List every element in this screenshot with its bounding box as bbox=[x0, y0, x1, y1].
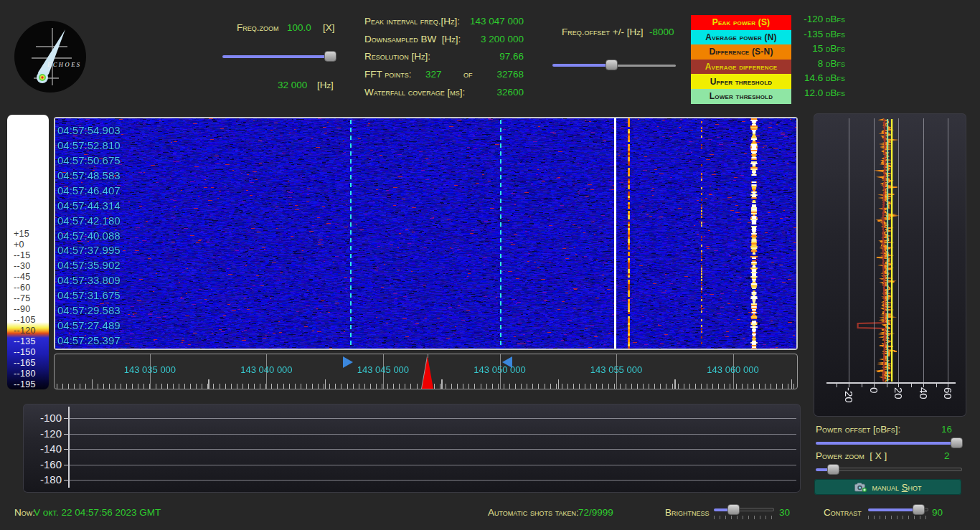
power-history-tick bbox=[64, 449, 68, 450]
ruler-minor-tick bbox=[74, 384, 75, 389]
ruler-minor-tick bbox=[532, 384, 533, 389]
frequency-ruler: 143 035 000143 040 000143 045 000143 050… bbox=[54, 354, 798, 389]
auto-shots-value: 72/9999 bbox=[578, 507, 613, 518]
spectrum-xlabel-2: 20 bbox=[892, 387, 905, 399]
power-history-ylabel-2: -140 bbox=[29, 443, 62, 455]
power-history-gridline bbox=[68, 465, 796, 465]
power-color-scale: +15+0--15--30--45--60--75--90--105--120-… bbox=[7, 115, 49, 389]
ruler-minor-tick bbox=[156, 384, 156, 389]
waterfall-timestamp-1: 04:57:52.810 bbox=[57, 139, 121, 151]
contrast-slider-knob[interactable] bbox=[913, 504, 925, 515]
ruler-minor-tick bbox=[115, 384, 116, 389]
spectrum-xlabel-3: 40 bbox=[918, 387, 930, 399]
waterfall-timestamp-8: 04:57:37.995 bbox=[57, 244, 121, 256]
ruler-medium-tick bbox=[325, 379, 326, 389]
brightness-slider[interactable] bbox=[714, 504, 773, 516]
ruler-minor-tick bbox=[341, 384, 341, 389]
power-zoom-label: Power zoom [ X ] bbox=[816, 450, 887, 461]
freq-offset-label: Freq.offset +/- [Hz] bbox=[562, 27, 643, 37]
ruler-minor-tick bbox=[301, 384, 301, 389]
scale-label-9: --120 bbox=[14, 326, 36, 336]
freq-zoom-slider[interactable] bbox=[222, 51, 336, 62]
ruler-minor-tick bbox=[771, 384, 771, 389]
power-zoom-slider[interactable] bbox=[816, 464, 961, 475]
ruler-minor-tick bbox=[277, 384, 278, 389]
ruler-minor-tick bbox=[545, 384, 545, 389]
ruler-minor-tick bbox=[387, 384, 388, 389]
power-history-gridline bbox=[68, 434, 796, 435]
ruler-minor-tick bbox=[289, 384, 290, 389]
spectrum-gridline bbox=[849, 118, 849, 382]
power-offset-slider-knob[interactable] bbox=[951, 437, 963, 448]
ruler-minor-tick bbox=[347, 384, 348, 389]
scale-label-11: --150 bbox=[14, 347, 36, 357]
ruler-minor-tick bbox=[62, 384, 63, 389]
ruler-minor-tick bbox=[742, 384, 743, 389]
auto-shots-label: Automatic shots taken: bbox=[488, 507, 579, 518]
ruler-minor-tick bbox=[753, 384, 754, 389]
ruler-minor-tick bbox=[98, 384, 98, 389]
contrast-slider[interactable] bbox=[868, 504, 928, 516]
spectrum-axis-tick bbox=[887, 383, 887, 387]
ruler-minor-tick bbox=[121, 384, 121, 389]
readout-value-2: 15 dBfs bbox=[812, 43, 845, 54]
ruler-minor-tick bbox=[718, 384, 719, 389]
ruler-minor-tick bbox=[759, 384, 760, 389]
readout-value-4: 14.6 dBfs bbox=[804, 72, 845, 83]
threshold-button-3[interactable]: Average difference bbox=[691, 60, 791, 75]
threshold-button-4[interactable]: Upper threshold bbox=[691, 74, 791, 89]
power-history-tick bbox=[64, 480, 68, 481]
power-offset-label: Power offset [dBfs]: bbox=[816, 424, 900, 435]
threshold-button-0[interactable]: Peak power (S) bbox=[691, 15, 791, 30]
ruler-minor-tick bbox=[684, 384, 684, 389]
waterfall-timestamp-12: 04:57:29.583 bbox=[57, 304, 121, 316]
readout-value-3: 8 dBfs bbox=[818, 58, 845, 69]
scale-label-0: +15 bbox=[14, 229, 29, 239]
manual-shot-button[interactable]: manual Shot bbox=[814, 479, 961, 495]
brightness-slider-knob[interactable] bbox=[727, 504, 740, 515]
ruler-minor-tick bbox=[614, 384, 615, 389]
ruler-minor-tick bbox=[596, 384, 597, 389]
spectrum-axis-tick bbox=[849, 383, 849, 387]
ruler-minor-tick bbox=[457, 384, 458, 389]
info-value-3: 32600 bbox=[496, 87, 524, 98]
ruler-minor-tick bbox=[335, 384, 336, 389]
ruler-label-4: 143 055 000 bbox=[590, 364, 642, 375]
waterfall-timestamp-10: 04:57:33.809 bbox=[57, 274, 121, 286]
spectrum-gridline bbox=[874, 118, 875, 382]
ruler-minor-tick bbox=[57, 384, 57, 389]
threshold-button-5[interactable]: Lower threshold bbox=[691, 89, 791, 104]
freq-offset-value: -8000 bbox=[649, 27, 674, 37]
threshold-button-1[interactable]: Average power (N) bbox=[691, 30, 791, 45]
threshold-button-2[interactable]: Difference (S-N) bbox=[691, 44, 791, 60]
ruler-minor-tick bbox=[271, 384, 272, 389]
freq-span-unit: [Hz] bbox=[317, 80, 334, 90]
scale-label-2: --15 bbox=[14, 250, 30, 260]
waterfall-display[interactable] bbox=[55, 118, 796, 349]
freq-offset-slider-knob[interactable] bbox=[606, 60, 618, 70]
spectrum-axis-tick bbox=[948, 383, 948, 387]
waterfall-timestamp-5: 04:57:44.314 bbox=[57, 199, 121, 212]
power-zoom-slider-knob[interactable] bbox=[827, 464, 839, 475]
ruler-minor-tick bbox=[376, 384, 377, 389]
freq-offset-slider[interactable] bbox=[552, 60, 676, 71]
ruler-minor-tick bbox=[695, 384, 696, 389]
power-history-chart: -100-120-140-160-180 bbox=[23, 404, 801, 493]
readout-value-0: -120 dBfs bbox=[804, 14, 845, 24]
spectrum-gridline bbox=[923, 118, 924, 382]
power-history-tick bbox=[64, 465, 68, 465]
ruler-minor-tick bbox=[631, 384, 632, 389]
scale-label-6: --75 bbox=[14, 293, 30, 303]
ruler-minor-tick bbox=[237, 384, 237, 389]
shot-range-end-marker-icon bbox=[502, 356, 512, 368]
waterfall-timestamp-2: 04:57:50.675 bbox=[57, 154, 121, 166]
ruler-minor-tick bbox=[417, 384, 418, 389]
freq-zoom-slider-knob[interactable] bbox=[324, 51, 336, 62]
spectrum-xlabel-0: -20 bbox=[843, 387, 855, 403]
ruler-label-1: 143 040 000 bbox=[240, 364, 292, 375]
ruler-minor-tick bbox=[242, 384, 243, 389]
ruler-minor-tick bbox=[306, 384, 307, 389]
waterfall-timestamp-14: 04:57:25.397 bbox=[57, 334, 121, 346]
power-history-gridline bbox=[68, 418, 796, 419]
power-offset-slider[interactable] bbox=[816, 437, 961, 449]
